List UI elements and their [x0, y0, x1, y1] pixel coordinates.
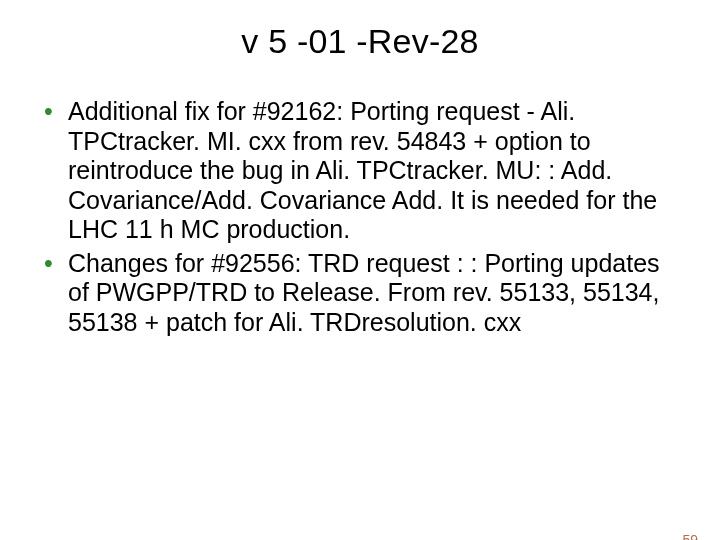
list-item: Additional fix for #92162: Porting reque… [68, 97, 672, 245]
bullet-list: Additional fix for #92162: Porting reque… [68, 97, 672, 337]
slide-title: v 5 -01 -Rev-28 [0, 22, 720, 61]
slide-content: Additional fix for #92162: Porting reque… [0, 97, 720, 337]
list-item: Changes for #92556: TRD request : : Port… [68, 249, 672, 338]
page-number: 59 [682, 532, 698, 540]
slide: v 5 -01 -Rev-28 Additional fix for #9216… [0, 22, 720, 540]
